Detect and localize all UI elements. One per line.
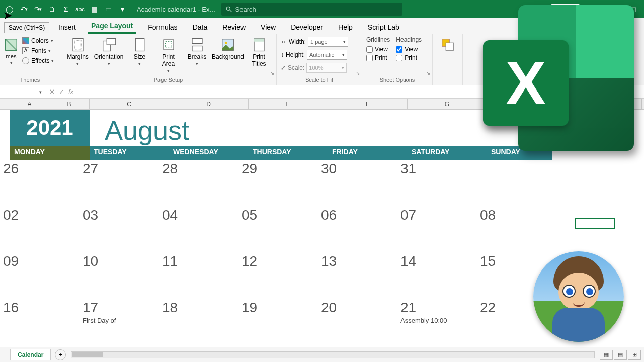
calendar-cell[interactable]: 26: [0, 160, 79, 206]
undo-button[interactable]: ↶▾: [18, 4, 29, 15]
gridlines-print-checkbox[interactable]: Print: [366, 54, 390, 61]
breaks-button[interactable]: Breaks▾: [184, 36, 210, 67]
calendar-cell[interactable]: [477, 160, 556, 206]
effects-button[interactable]: Effects▾: [20, 56, 56, 65]
height-select[interactable]: Automatic▾: [307, 50, 347, 60]
calendar-cell[interactable]: 27: [79, 160, 159, 206]
calendar-cell[interactable]: 06: [318, 206, 397, 252]
calendar-cell[interactable]: 11: [159, 252, 238, 299]
add-sheet-button[interactable]: +: [55, 349, 66, 360]
colors-button[interactable]: Colors▾: [20, 36, 56, 45]
calendar-cell[interactable]: 30: [318, 160, 397, 206]
tab-page-layout[interactable]: Page Layout: [88, 19, 136, 34]
calendar-year: 2021: [10, 110, 90, 146]
headings-print-checkbox[interactable]: Print: [396, 54, 422, 61]
new-file-icon[interactable]: 🗋: [46, 4, 57, 15]
group-scale-label: Scale to Fit: [281, 76, 358, 84]
autosum-icon[interactable]: Σ: [60, 4, 71, 15]
headings-view-checkbox[interactable]: View: [396, 46, 422, 53]
document-title: Academic calendar1 - Ex…: [137, 6, 216, 13]
tab-script-lab[interactable]: Script Lab: [365, 20, 403, 34]
autosave-toggle[interactable]: ◯: [4, 4, 15, 15]
calendar-cell[interactable]: 20: [318, 299, 397, 345]
size-button[interactable]: Size▾: [126, 36, 153, 67]
background-button[interactable]: Background: [212, 36, 244, 61]
print-titles-button[interactable]: Print Titles: [246, 36, 272, 68]
scale-dialog-launcher[interactable]: ↘: [356, 70, 360, 76]
svg-rect-15: [254, 39, 264, 42]
present-icon[interactable]: ▭: [103, 4, 114, 15]
tab-help[interactable]: Help: [335, 20, 356, 34]
height-icon: ↕: [281, 51, 284, 58]
calendar-cell[interactable]: 28: [159, 160, 238, 206]
sheetopts-dialog-launcher[interactable]: ↘: [426, 70, 430, 76]
group-pagesetup-label: Page Setup: [64, 76, 272, 84]
calendar-cell[interactable]: 18: [159, 299, 238, 345]
col-F[interactable]: F: [328, 99, 408, 109]
tab-review[interactable]: Review: [219, 20, 249, 34]
calendar-cell[interactable]: 08: [477, 206, 556, 252]
width-select[interactable]: 1 page▾: [308, 37, 348, 47]
redo-button[interactable]: ↷▾: [32, 4, 43, 15]
col-E[interactable]: E: [249, 99, 328, 109]
svg-rect-11: [192, 46, 202, 51]
arrange-button[interactable]: [437, 36, 458, 53]
normal-view-button[interactable]: ▦: [600, 350, 613, 360]
calendar-cell[interactable]: 09: [0, 252, 79, 299]
col-C[interactable]: C: [90, 99, 169, 109]
cancel-formula-icon[interactable]: ✕: [49, 88, 55, 96]
sheet-tab-calendar[interactable]: Calendar: [10, 349, 51, 360]
search-input[interactable]: Search: [221, 3, 403, 16]
svg-rect-17: [446, 43, 453, 50]
tab-data[interactable]: Data: [190, 20, 211, 34]
margins-button[interactable]: Margins▾: [64, 36, 91, 67]
calendar-cell[interactable]: 03: [79, 206, 159, 252]
calendar-cell[interactable]: 07: [397, 206, 477, 252]
group-sheetopts-label: Sheet Options: [366, 76, 428, 84]
calendar-cell[interactable]: 29: [238, 160, 318, 206]
col-A[interactable]: A: [10, 99, 49, 109]
calendar-cell[interactable]: 16: [0, 299, 79, 345]
tab-insert[interactable]: Insert: [55, 20, 79, 34]
col-B[interactable]: B: [49, 99, 90, 109]
orientation-button[interactable]: Orientation▾: [93, 36, 124, 67]
calendar-cell[interactable]: 31: [397, 160, 477, 206]
fonts-button[interactable]: AFonts▾: [20, 46, 56, 55]
calendar-cell[interactable]: 14: [397, 252, 477, 299]
horizontal-scrollbar[interactable]: [71, 351, 595, 358]
calendar-cell[interactable]: 13: [318, 252, 397, 299]
calendar-cell[interactable]: 12: [238, 252, 318, 299]
calendar-cell[interactable]: 02: [0, 206, 79, 252]
calendar-cell[interactable]: 04: [159, 206, 238, 252]
tab-developer[interactable]: Developer: [288, 20, 326, 34]
calendar-cell[interactable]: 17First Day of: [79, 299, 159, 345]
calendar-cell[interactable]: 10: [79, 252, 159, 299]
form-icon[interactable]: ▤: [89, 4, 100, 15]
dayhdr-thu: THURSDAY: [249, 146, 328, 160]
print-area-button[interactable]: Print Area▾: [155, 36, 182, 74]
enter-formula-icon[interactable]: ✓: [59, 88, 64, 96]
tab-formulas[interactable]: Formulas: [145, 20, 180, 34]
select-all-corner[interactable]: [0, 99, 10, 109]
svg-rect-10: [192, 39, 202, 44]
pagesetup-dialog-launcher[interactable]: ↘: [270, 70, 274, 76]
spellcheck-icon[interactable]: abc: [74, 4, 86, 15]
fx-icon[interactable]: fx: [68, 88, 73, 96]
search-icon: [225, 6, 232, 13]
tab-view[interactable]: View: [258, 20, 279, 34]
calendar-cell[interactable]: 19: [238, 299, 318, 345]
dayhdr-fri: FRIDAY: [328, 146, 408, 160]
calendar-cell[interactable]: 21Assembly 10:00: [397, 299, 477, 345]
name-box[interactable]: ▾: [0, 89, 45, 95]
calendar-month: August: [90, 115, 189, 146]
page-layout-view-button[interactable]: ▤: [614, 350, 627, 360]
gridlines-view-checkbox[interactable]: View: [366, 46, 390, 53]
calendar-cell[interactable]: 05: [238, 206, 318, 252]
col-G[interactable]: G: [408, 99, 487, 109]
themes-button[interactable]: mes▾: [4, 36, 18, 66]
scale-icon: ⤢: [281, 64, 286, 71]
qat-more-icon[interactable]: ▾: [117, 4, 128, 15]
page-break-view-button[interactable]: ⊞: [628, 350, 641, 360]
col-D[interactable]: D: [169, 99, 249, 109]
scale-input: 100%▾: [306, 63, 347, 73]
